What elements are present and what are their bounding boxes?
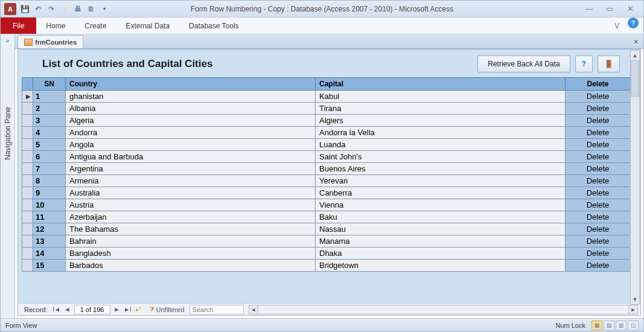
cell-country[interactable]: Austria (66, 199, 316, 211)
cell-capital[interactable]: Luanda (316, 139, 566, 151)
cell-country[interactable]: Andorra (66, 127, 316, 139)
cell-country[interactable]: Argentina (66, 163, 316, 175)
row-selector[interactable] (22, 175, 33, 187)
nav-expand-icon[interactable]: » (1, 34, 14, 46)
table-row[interactable]: 11AzerbaijanBakuDelete (22, 211, 631, 223)
delete-row-button[interactable]: Delete (566, 115, 631, 127)
table-row[interactable]: ▶1ghanistanKabulDelete (22, 91, 631, 103)
cell-country[interactable]: Antigua and Barbuda (66, 151, 316, 163)
cell-country[interactable]: Australia (66, 187, 316, 199)
cell-capital[interactable]: Yerevan (316, 175, 566, 187)
cell-country[interactable]: Barbados (66, 260, 316, 272)
cell-capital[interactable]: Manama (316, 235, 566, 247)
delete-row-button[interactable]: Delete (566, 235, 631, 247)
cell-country[interactable]: Armenia (66, 175, 316, 187)
vscroll-track[interactable] (631, 97, 639, 295)
row-selector[interactable] (22, 247, 33, 260)
cell-capital[interactable]: Vienna (316, 199, 566, 211)
row-selector[interactable] (22, 115, 33, 127)
delete-row-button[interactable]: Delete (566, 151, 631, 163)
cell-capital[interactable]: Buenos Aires (316, 163, 566, 175)
file-tab[interactable]: File (1, 18, 36, 34)
cell-capital[interactable]: Nassau (316, 223, 566, 235)
redo-icon[interactable]: ↷ (46, 4, 56, 14)
row-selector[interactable] (22, 211, 33, 223)
table-row[interactable]: 5AngolaLuandaDelete (22, 139, 631, 151)
vscroll-thumb[interactable] (631, 60, 639, 97)
filter-indicator[interactable]: ⧩ Unfiltered (144, 305, 190, 313)
cell-country[interactable]: Angola (66, 139, 316, 151)
row-selector[interactable] (22, 223, 33, 235)
view-layout-button[interactable]: ▥ (616, 321, 626, 330)
ribbon-tab-create[interactable]: Create (75, 18, 116, 34)
row-selector[interactable] (22, 103, 33, 115)
horizontal-scrollbar[interactable]: ◄ ► (249, 305, 638, 314)
cell-capital[interactable]: Kabul (316, 91, 566, 103)
row-selector[interactable] (22, 260, 33, 272)
grid-header-country[interactable]: Country (66, 78, 316, 91)
cell-country[interactable]: Bahrain (66, 235, 316, 247)
table-row[interactable]: 2AlbaniaTiranaDelete (22, 103, 631, 115)
hscroll-track[interactable] (258, 305, 628, 314)
record-prev-button[interactable]: ◄ (62, 305, 73, 314)
minimize-button[interactable]: — (583, 4, 595, 14)
row-selector[interactable] (22, 151, 33, 163)
table-row[interactable]: 12The BahamasNassauDelete (22, 223, 631, 235)
record-last-button[interactable]: ►I (123, 305, 133, 314)
undo-icon[interactable]: ↶ (33, 4, 43, 14)
ribbon-minimize-icon[interactable]: ᐯ (611, 18, 623, 34)
record-next-button[interactable]: ► (112, 305, 123, 314)
table-row[interactable]: 4AndorraAndorra la VellaDelete (22, 127, 631, 139)
cell-capital[interactable]: Canberra (316, 187, 566, 199)
ribbon-tab-external-data[interactable]: External Data (116, 18, 179, 34)
table-row[interactable]: 7ArgentinaBuenos AiresDelete (22, 163, 631, 175)
delete-row-button[interactable]: Delete (566, 163, 631, 175)
grid-header-sn[interactable]: SN (33, 78, 66, 91)
print-preview-icon[interactable]: 🗎 (86, 4, 96, 14)
cell-capital[interactable]: Tirana (316, 103, 566, 115)
object-tab-frmcountries[interactable]: frmCountries (18, 35, 83, 48)
delete-row-button[interactable]: Delete (566, 139, 631, 151)
delete-row-button[interactable]: Delete (566, 211, 631, 223)
row-selector[interactable] (22, 199, 33, 211)
navigation-pane-collapsed[interactable]: » Navigation Pane (1, 34, 15, 318)
cell-country[interactable]: Bangladesh (66, 247, 316, 260)
view-datasheet-button[interactable]: ▤ (604, 321, 614, 330)
delete-row-button[interactable]: Delete (566, 247, 631, 260)
print-icon[interactable]: 🖶 (73, 4, 83, 14)
cell-country[interactable]: The Bahamas (66, 223, 316, 235)
delete-row-button[interactable]: Delete (566, 175, 631, 187)
hscroll-right-icon[interactable]: ► (628, 305, 638, 314)
delete-row-button[interactable]: Delete (566, 199, 631, 211)
table-row[interactable]: 13BahrainManamaDelete (22, 235, 631, 247)
table-row[interactable]: 9AustraliaCanberraDelete (22, 187, 631, 199)
record-new-button[interactable]: ▸* (133, 305, 144, 314)
ribbon-tab-home[interactable]: Home (36, 18, 75, 34)
help-icon[interactable]: ? (628, 18, 639, 28)
cell-capital[interactable]: Algiers (316, 115, 566, 127)
row-selector[interactable] (22, 187, 33, 199)
maximize-button[interactable]: ▭ (604, 4, 616, 14)
view-design-button[interactable]: ◫ (628, 321, 639, 330)
qat-more-icon[interactable]: ▾ (100, 4, 109, 14)
row-selector[interactable] (22, 235, 33, 247)
vscroll-up-icon[interactable]: ▲ (631, 51, 639, 60)
table-row[interactable]: 14BangladeshDhakaDelete (22, 247, 631, 260)
cell-capital[interactable]: Dhaka (316, 247, 566, 260)
table-row[interactable]: 8ArmeniaYerevanDelete (22, 175, 631, 187)
cell-country[interactable]: Azerbaijan (66, 211, 316, 223)
cell-capital[interactable]: Andorra la Vella (316, 127, 566, 139)
form-close-door-button[interactable]: 🚪 (598, 56, 620, 72)
row-selector[interactable] (22, 127, 33, 139)
view-form-button[interactable]: ▦ (591, 321, 602, 330)
cell-capital[interactable]: Baku (316, 211, 566, 223)
data-grid-wrap[interactable]: SN Country Capital Delete ▶1ghanistanKab… (18, 77, 640, 303)
delete-row-button[interactable]: Delete (566, 127, 631, 139)
cell-country[interactable]: Albania (66, 103, 316, 115)
table-row[interactable]: 10AustriaViennaDelete (22, 199, 631, 211)
cell-country[interactable]: Algeria (66, 115, 316, 127)
delete-row-button[interactable]: Delete (566, 187, 631, 199)
hscroll-left-icon[interactable]: ◄ (249, 305, 258, 314)
table-row[interactable]: 15BarbadosBridgetownDelete (22, 260, 631, 272)
delete-row-button[interactable]: Delete (566, 223, 631, 235)
